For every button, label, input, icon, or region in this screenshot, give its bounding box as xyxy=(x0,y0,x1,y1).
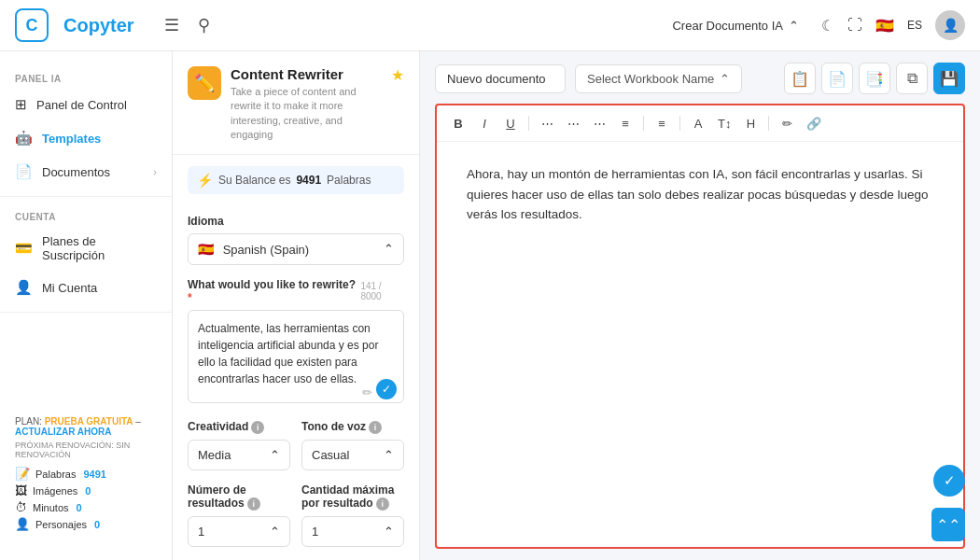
scroll-top-button[interactable]: ⌃⌃ xyxy=(931,508,965,541)
main-layout: PANEL IA ⊞ Panel de Control 🤖 Templates … xyxy=(0,51,980,560)
tb-font-size[interactable]: T↕ xyxy=(714,113,735,133)
tool-icon: ✏️ xyxy=(188,66,221,100)
personajes-icon: 👤 xyxy=(15,517,30,531)
credits-palabras: 📝 Palabras 9491 xyxy=(15,467,157,481)
tool-form: Idioma 🇪🇸 Spanish (Spain) ⌃ What would y… xyxy=(173,202,419,547)
textarea-check-icon[interactable]: ✓ xyxy=(376,379,397,399)
creatividad-col: Creatividadi Media ⌃ xyxy=(188,407,290,470)
sidebar-item-suscripcion[interactable]: 💳 Planes de Suscripción xyxy=(0,226,172,271)
credits-plan: PLAN: PRUEBA GRATUITA – ACTUALIZAR AHORA xyxy=(15,416,157,437)
panel-ia-label: PANEL IA xyxy=(0,66,172,88)
creatividad-tono-row: Creatividadi Media ⌃ Tono de vozi Casual… xyxy=(188,407,404,470)
search-icon[interactable]: ⚲ xyxy=(194,11,214,39)
imagenes-icon: 🖼 xyxy=(15,483,27,497)
tb-sep-1 xyxy=(528,116,529,131)
plan-free: PRUEBA GRATUITA xyxy=(45,416,133,427)
renovacion-label: PRÓXIMA RENOVACIÓN: SIN RENOVACIÓN xyxy=(15,441,157,459)
moon-icon[interactable]: ☾ xyxy=(821,17,834,35)
tb-align-justify[interactable]: ≡ xyxy=(615,113,636,133)
cantidad-info-icon[interactable]: i xyxy=(376,497,389,511)
rewrite-textarea-wrapper: Actualmente, las herramientas con inteli… xyxy=(188,310,404,407)
sidebar-item-label: Templates xyxy=(42,132,101,146)
check-circle-button[interactable]: ✓ xyxy=(933,465,965,497)
tb-underline[interactable]: U xyxy=(500,113,521,133)
tb-align-right[interactable]: ⋯ xyxy=(589,113,609,133)
tono-dropdown[interactable]: Casual ⌃ xyxy=(301,440,404,470)
sidebar-item-panel[interactable]: ⊞ Panel de Control xyxy=(0,88,172,121)
chevron-up-icon: ⌃ xyxy=(384,242,394,256)
create-doc-label[interactable]: Crear Documento IA ⌃ xyxy=(672,19,799,33)
tb-list[interactable]: ≡ xyxy=(651,113,672,133)
balance-unit: Palabras xyxy=(327,174,371,187)
palabras-icon: 📝 xyxy=(15,467,30,481)
micuenta-icon: 👤 xyxy=(15,279,33,296)
plan-upgrade-link[interactable]: ACTUALIZAR AHORA xyxy=(15,427,112,437)
suscripcion-icon: 💳 xyxy=(15,240,33,257)
fullscreen-icon[interactable]: ⛶ xyxy=(847,17,862,34)
creatividad-value: Media xyxy=(198,448,231,462)
creatividad-info-icon[interactable]: i xyxy=(251,421,264,434)
textarea-edit-icon[interactable]: ✏ xyxy=(362,385,372,399)
tb-align-left[interactable]: ⋯ xyxy=(537,113,557,133)
editor-btn-new[interactable]: 📄 xyxy=(821,63,853,94)
resultados-value: 1 xyxy=(198,525,204,539)
sidebar-divider-2 xyxy=(0,312,172,313)
imagenes-label: Imágenes xyxy=(33,485,77,497)
creatividad-dropdown[interactable]: Media ⌃ xyxy=(188,440,290,470)
resultados-dropdown[interactable]: 1 ⌃ xyxy=(188,516,290,547)
tool-panel: ✏️ Content Rewriter Take a piece of cont… xyxy=(173,51,420,560)
cantidad-dropdown[interactable]: 1 ⌃ xyxy=(301,516,404,547)
chevron-up-icon-3: ⌃ xyxy=(384,448,394,462)
sidebar-item-micuenta[interactable]: 👤 Mi Cuenta xyxy=(0,271,172,304)
tb-link[interactable]: 🔗 xyxy=(803,113,825,133)
chevron-up-icon-2: ⌃ xyxy=(270,448,280,462)
palabras-label: Palabras xyxy=(35,469,76,480)
sidebar-item-label: Documentos xyxy=(42,165,110,179)
idioma-flag: 🇪🇸 xyxy=(198,242,214,257)
tb-sep-2 xyxy=(643,116,644,131)
tb-bold[interactable]: B xyxy=(448,113,469,133)
tb-pencil[interactable]: ✏ xyxy=(777,113,797,133)
chevron-right-icon: › xyxy=(153,166,157,177)
tono-info-icon[interactable]: i xyxy=(369,421,382,434)
tb-heading[interactable]: H xyxy=(740,113,761,133)
editor-action-btns: 📋 📄 📑 ⧉ 💾 xyxy=(784,63,965,94)
resultados-info-icon[interactable]: i xyxy=(247,497,260,511)
workbook-select[interactable]: Select Workbook Name ⌃ xyxy=(575,64,742,93)
editor-btn-save[interactable]: 💾 xyxy=(933,63,965,94)
user-avatar[interactable]: 👤 xyxy=(935,10,965,40)
editor-btn-duplicate[interactable]: ⧉ xyxy=(896,63,928,94)
tb-font-color[interactable]: A xyxy=(688,113,708,133)
panel-icon: ⊞ xyxy=(15,96,27,113)
sidebar-item-documentos[interactable]: 📄 Documentos › xyxy=(0,155,172,189)
editor-topbar: Select Workbook Name ⌃ 📋 📄 📑 ⧉ 💾 xyxy=(435,63,965,94)
tb-align-center[interactable]: ⋯ xyxy=(563,113,583,133)
editor-content: Ahora, hay un montón de herramientas con… xyxy=(437,142,963,547)
palabras-value: 9491 xyxy=(83,469,105,480)
sidebar: PANEL IA ⊞ Panel de Control 🤖 Templates … xyxy=(0,51,173,560)
plan-sep: – xyxy=(133,416,141,427)
tono-label: Tono de vozi xyxy=(301,420,404,434)
editor-area: B I U ⋯ ⋯ ⋯ ≡ ≡ A T↕ H ✏ 🔗 Ahora, hay un… xyxy=(435,104,965,549)
minutos-value: 0 xyxy=(77,502,82,513)
editor-btn-copy[interactable]: 📋 xyxy=(784,63,816,94)
logo-icon: C xyxy=(15,8,49,42)
sidebar-item-templates[interactable]: 🤖 Templates xyxy=(0,121,172,155)
resultados-label: Número de resultadosi xyxy=(188,483,290,511)
hamburger-icon[interactable]: ☰ xyxy=(161,11,183,39)
tool-title-area: Content Rewriter Take a piece of content… xyxy=(231,66,382,143)
minutos-icon: ⏱ xyxy=(15,500,27,514)
workbook-placeholder: Select Workbook Name xyxy=(587,72,714,86)
idioma-dropdown[interactable]: 🇪🇸 Spanish (Spain) ⌃ xyxy=(188,233,404,265)
tb-italic[interactable]: I xyxy=(474,113,495,133)
cantidad-col: Cantidad máxima por resultadoi 1 ⌃ xyxy=(301,470,404,547)
cantidad-value: 1 xyxy=(312,525,318,539)
tool-desc: Take a piece of content and rewrite it t… xyxy=(231,85,382,143)
editor-btn-history[interactable]: 📑 xyxy=(859,63,890,94)
language-code[interactable]: ES xyxy=(907,19,922,32)
credits-imagenes: 🖼 Imágenes 0 xyxy=(15,483,157,497)
personajes-label: Personajes xyxy=(35,519,87,530)
doc-name-input[interactable] xyxy=(435,64,566,93)
favorite-icon[interactable]: ★ xyxy=(391,66,404,84)
tb-sep-4 xyxy=(768,116,769,131)
